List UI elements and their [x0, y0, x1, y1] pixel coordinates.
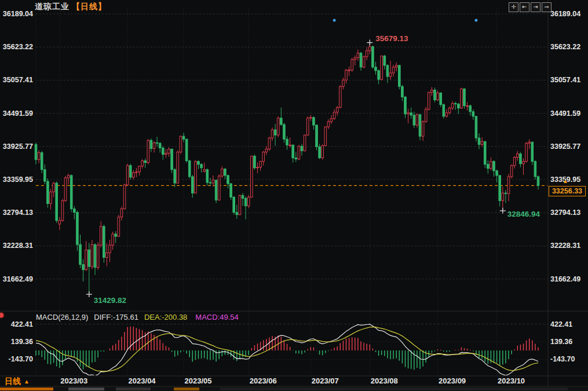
candle — [209, 182, 211, 183]
candle — [112, 234, 114, 245]
candle — [109, 245, 111, 253]
macd-axis-label-right: 422.41 — [550, 320, 572, 328]
candle — [469, 106, 472, 112]
price-axis-label-right: 36189.04 — [550, 10, 580, 18]
bottom-tab-fragment[interactable] — [0, 388, 53, 390]
candle — [133, 173, 135, 177]
candle — [70, 176, 72, 209]
macd-params-label: MACD(26,12,9) — [36, 313, 88, 321]
candle — [44, 170, 46, 181]
candle — [392, 67, 395, 73]
candle — [507, 177, 510, 193]
candle — [413, 115, 415, 125]
candle — [478, 138, 480, 144]
price-axis-label-right: 35623.22 — [550, 43, 580, 51]
candle — [94, 244, 96, 267]
candle — [416, 115, 418, 125]
candle — [310, 118, 312, 118]
period-selector[interactable]: 日线▲ — [5, 377, 30, 387]
macd-header: MACD(26,12,9)DIFF:-175.61DEA:-200.38MACD… — [36, 313, 239, 321]
x-axis-label: 2023/09 — [439, 377, 466, 385]
price-axis-label-left: 31662.49 — [3, 275, 33, 283]
compress-right-icon[interactable]: ⇥ — [531, 2, 540, 12]
bottom-tab-fragment[interactable] — [174, 388, 199, 390]
candle — [520, 154, 522, 164]
candle — [324, 127, 327, 145]
candle — [106, 253, 108, 257]
period-selector-label: 日线 — [5, 377, 21, 386]
alert-icon[interactable]: ✹ — [0, 310, 5, 321]
candle — [463, 89, 466, 105]
bottom-tab-fragment[interactable] — [116, 388, 151, 390]
candle — [188, 161, 191, 177]
candle — [126, 166, 129, 185]
candle — [401, 86, 404, 97]
pan-right-icon[interactable]: ⇒ — [542, 2, 552, 12]
candle — [74, 209, 76, 213]
macd-axis-label-left: 422.41 — [11, 320, 33, 328]
candle — [123, 185, 126, 209]
candle — [265, 149, 268, 152]
candle — [461, 89, 463, 108]
candle — [375, 67, 377, 71]
price-axis-label-left: 32228.31 — [3, 242, 33, 250]
candle — [386, 65, 389, 76]
macd-axis-label-right: 139.36 — [550, 338, 572, 346]
candle — [496, 171, 498, 176]
candle — [203, 170, 206, 171]
price-axis-label-right: 34491.59 — [550, 109, 580, 118]
candle — [319, 147, 321, 158]
price-grid — [36, 14, 547, 359]
candle — [298, 146, 300, 159]
candle — [458, 104, 460, 108]
candle — [339, 86, 342, 107]
candle — [404, 97, 407, 114]
candle — [215, 180, 217, 200]
macd-axis-label-right: -143.70 — [550, 355, 575, 363]
candlestick-chart-canvas[interactable]: 36189.0436189.0435623.2235623.2235057.41… — [0, 0, 588, 391]
candle — [171, 149, 173, 169]
candle — [322, 145, 324, 158]
macd-axis-label-left: 139.36 — [11, 338, 33, 346]
event-marker-dot[interactable] — [333, 19, 336, 22]
candle — [254, 156, 256, 168]
period-tag: 【日线】 — [72, 2, 107, 11]
crosshair-icon[interactable]: ✛ — [509, 2, 518, 12]
symbol-title: 道琼工业 — [35, 2, 70, 11]
candle — [159, 143, 161, 148]
event-marker-dot[interactable] — [474, 19, 477, 22]
candle — [428, 92, 430, 109]
candle — [212, 180, 214, 183]
candle — [537, 177, 539, 186]
candle — [523, 162, 525, 164]
candle — [431, 90, 433, 92]
candle — [395, 65, 397, 67]
candle — [195, 162, 197, 193]
candle — [200, 165, 203, 168]
candle — [165, 154, 167, 155]
candle — [182, 136, 185, 139]
candle — [156, 142, 158, 143]
candle — [257, 167, 259, 168]
candle — [177, 152, 179, 183]
candle — [147, 140, 149, 162]
candle — [144, 161, 147, 163]
candle — [268, 138, 271, 149]
candle — [381, 56, 383, 79]
bottom-tab-fragment[interactable] — [68, 388, 104, 390]
candle — [251, 156, 253, 198]
candle — [115, 234, 117, 236]
candle — [487, 165, 490, 169]
price-axis-label-left: 35623.22 — [3, 43, 33, 51]
compress-left-icon[interactable]: ⇤ — [520, 2, 529, 12]
candle — [286, 139, 288, 145]
candle — [118, 217, 120, 236]
candle — [218, 176, 220, 200]
candle — [53, 183, 55, 192]
candle — [67, 176, 70, 178]
bottom-tabs-strip[interactable] — [0, 387, 588, 391]
price-axis-label-right: 33925.77 — [550, 142, 580, 151]
price-axis-label-right: 35057.41 — [550, 76, 580, 84]
candle — [59, 221, 61, 224]
candle — [88, 250, 90, 266]
